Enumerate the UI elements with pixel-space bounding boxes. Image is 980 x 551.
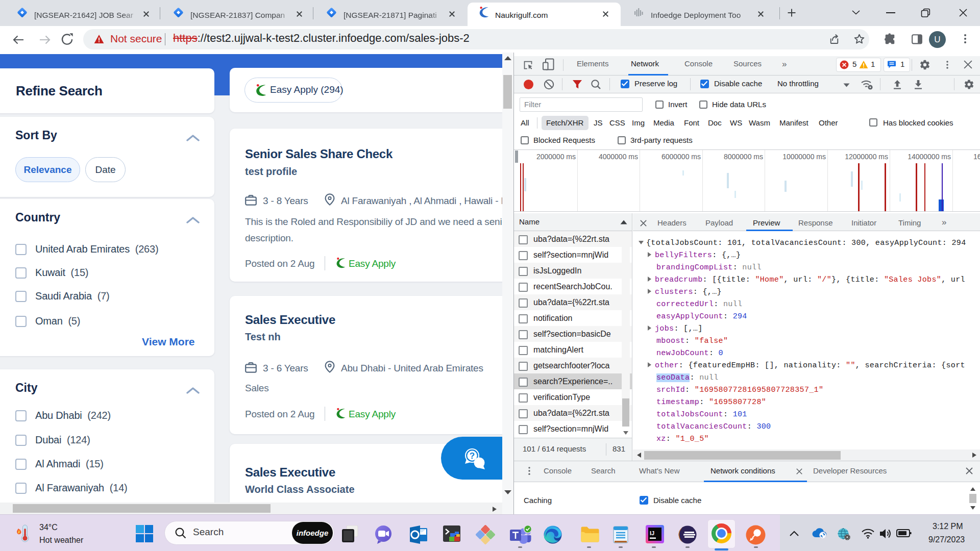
svg-text:?: ? bbox=[470, 451, 475, 461]
svg-text:IJ: IJ bbox=[650, 530, 654, 536]
